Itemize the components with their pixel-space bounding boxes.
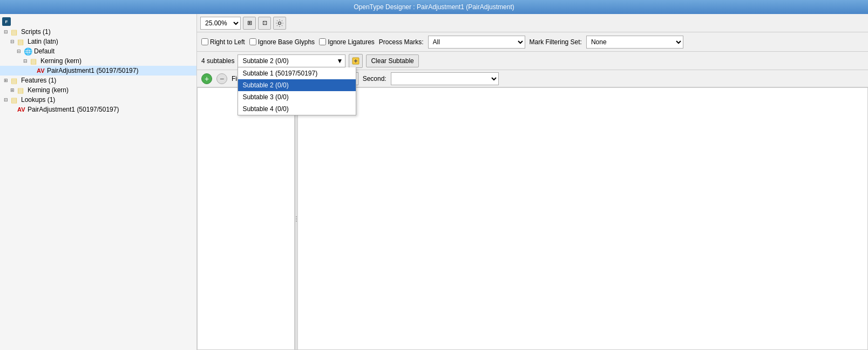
right-to-left-checkbox-label[interactable]: Right to Left	[201, 38, 245, 46]
zoom-select[interactable]: 25.00% 50.00% 75.00% 100%	[200, 17, 241, 30]
expand-icon-latin: ⊟	[9, 38, 16, 45]
sidebar-item-pair2-label: PairAdjustment1 (50197/50197)	[28, 106, 119, 113]
folder-icon-features: ▤	[11, 77, 19, 84]
sidebar-item-features[interactable]: ⊞ ▤ Features (1)	[0, 76, 196, 85]
sidebar-item-default-label: Default	[34, 47, 55, 55]
av-icon-pair2: AV	[17, 106, 26, 113]
expand-icon-pair1	[28, 67, 36, 74]
sidebar-item-latin[interactable]: ⊟ ▤ Latin (latn)	[0, 37, 196, 46]
splitter-dot-2	[296, 218, 297, 219]
second-glyph-select[interactable]	[391, 72, 499, 85]
right-panel: 25.00% 50.00% 75.00% 100% ⊞ ⊡ Right to L…	[197, 14, 868, 350]
subtable-dropdown-list: Subtable 1 (50197/50197) Subtable 2 (0/0…	[238, 67, 356, 115]
splitter-dot-3	[296, 221, 297, 222]
add-pair-button[interactable]: +	[201, 73, 212, 84]
av-icon-pair1: AV	[37, 67, 45, 74]
subtable-count: 4 subtables	[201, 57, 234, 65]
folder-icon-kerning: ▤	[30, 57, 39, 65]
expand-icon-pair2	[9, 106, 16, 113]
subtable-export-button[interactable]	[349, 54, 363, 68]
subtable-select-button[interactable]: Subtable 2 (0/0) ▼	[238, 54, 345, 67]
ignore-ligatures-label[interactable]: Ignore Ligatures	[319, 38, 375, 46]
sidebar-item-kerning2[interactable]: ⊞ ▤ Kerning (kern)	[0, 85, 196, 95]
right-to-left-checkbox[interactable]	[201, 38, 208, 45]
ignore-base-glyphs-text: Ignore Base Glyphs	[258, 38, 315, 46]
title-bar: OpenType Designer : PairAdjustment1 (Pai…	[0, 0, 868, 14]
expand-icon-default: ⊟	[15, 47, 23, 55]
expand-icon: ⊟	[2, 28, 10, 36]
sidebar-item-scripts[interactable]: ⊟ ▤ Scripts (1)	[0, 27, 196, 37]
process-marks-select[interactable]: All None Custom	[428, 36, 525, 49]
sidebar-item-latin-label: Latin (latn)	[28, 38, 58, 45]
mark-filtering-set-select[interactable]: None	[586, 36, 683, 49]
content-area	[197, 87, 868, 350]
sidebar-item-lookups-label: Lookups (1)	[21, 96, 55, 104]
ignore-base-glyphs-checkbox[interactable]	[249, 38, 256, 45]
settings-button[interactable]	[273, 17, 286, 30]
right-column	[298, 88, 867, 349]
sidebar-item-pair2[interactable]: AV PairAdjustment1 (50197/50197)	[0, 105, 196, 114]
ignore-ligatures-checkbox[interactable]	[319, 38, 326, 45]
folder-icon-latin: ▤	[17, 38, 26, 45]
subtable-option-2[interactable]: Subtable 2 (0/0)	[238, 79, 356, 91]
app-icon: F	[2, 17, 11, 26]
expand-icon-features: ⊞	[2, 77, 10, 84]
svg-point-0	[279, 22, 281, 24]
folder-icon: ▤	[11, 28, 19, 36]
subtable-bar: 4 subtables Subtable 2 (0/0) ▼ Subtable …	[197, 52, 868, 70]
ignore-ligatures-text: Ignore Ligatures	[328, 38, 375, 46]
subtable-option-1[interactable]: Subtable 1 (50197/50197)	[238, 67, 356, 79]
folder-icon-lookups: ▤	[11, 96, 19, 104]
sidebar-item-kerning[interactable]: ⊟ ▤ Kerning (kern)	[0, 56, 196, 66]
subtable-option-4[interactable]: Subtable 4 (0/0)	[238, 103, 356, 115]
export-icon	[352, 57, 360, 65]
main-layout: F ⊟ ▤ Scripts (1) ⊟ ▤ Latin (latn) ⊟ 🌐 D…	[0, 14, 868, 350]
subtable-dropdown-container: Subtable 2 (0/0) ▼ Subtable 1 (50197/501…	[238, 54, 345, 67]
left-column	[198, 88, 295, 349]
sidebar-item-pair1-label: PairAdjustment1 (50197/50197)	[47, 67, 138, 74]
sidebar-item-kerning-label: Kerning (kern)	[40, 57, 82, 65]
toolbar: 25.00% 50.00% 75.00% 100% ⊞ ⊡	[197, 14, 868, 32]
folder-icon-kerning2: ▤	[17, 86, 26, 94]
sidebar-item-scripts-label: Scripts (1)	[21, 28, 51, 36]
fit-view-button[interactable]: ⊞	[243, 17, 256, 30]
ignore-base-glyphs-label[interactable]: Ignore Base Glyphs	[249, 38, 315, 46]
mark-filtering-set-label: Mark Filtering Set:	[530, 38, 582, 46]
right-to-left-label: Right to Left	[210, 38, 245, 46]
clear-subtable-button[interactable]: Clear Subtable	[366, 54, 418, 67]
process-marks-label: Process Marks:	[379, 38, 424, 46]
delete-pair-button[interactable]: −	[216, 73, 227, 84]
left-panel: F ⊟ ▤ Scripts (1) ⊟ ▤ Latin (latn) ⊟ 🌐 D…	[0, 14, 197, 350]
globe-icon: 🌐	[24, 47, 32, 55]
title-text: OpenType Designer : PairAdjustment1 (Pai…	[354, 3, 514, 11]
subtable-option-3[interactable]: Subtable 3 (0/0)	[238, 91, 356, 103]
splitter-dot-1	[296, 216, 297, 217]
sidebar-item-default[interactable]: ⊟ 🌐 Default	[0, 46, 196, 56]
settings-icon	[276, 19, 283, 27]
sidebar-item-pair1[interactable]: AV PairAdjustment1 (50197/50197)	[0, 66, 196, 76]
grid-button[interactable]: ⊡	[258, 17, 271, 30]
expand-icon-kerning2: ⊞	[9, 86, 16, 94]
expand-icon-lookups: ⊟	[2, 96, 10, 104]
second-label: Second:	[363, 75, 386, 83]
sidebar-item-kerning2-label: Kerning (kern)	[28, 86, 69, 94]
expand-icon-kerning: ⊟	[22, 57, 29, 65]
sidebar-item-features-label: Features (1)	[21, 77, 56, 84]
app-icon-row: F	[0, 16, 196, 27]
dropdown-chevron-icon: ▼	[337, 57, 343, 65]
subtable-selected-label: Subtable 2 (0/0)	[242, 57, 288, 65]
sidebar-item-lookups[interactable]: ⊟ ▤ Lookups (1)	[0, 95, 196, 105]
options-bar: Right to Left Ignore Base Glyphs Ignore …	[197, 32, 868, 52]
